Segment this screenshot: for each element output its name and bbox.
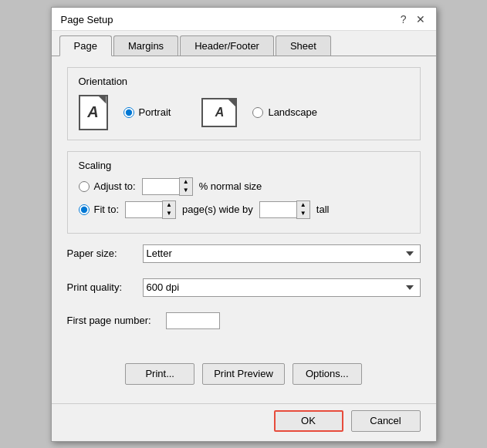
title-bar: Page Setup ? ✕ — [52, 8, 436, 31]
fit-to-input2[interactable]: 1 — [259, 201, 296, 218]
fit-to-suffix: tall — [316, 204, 330, 215]
landscape-icon: A — [201, 98, 237, 127]
first-page-label: First page number: — [67, 315, 160, 326]
print-preview-button[interactable]: Print Preview — [202, 363, 285, 385]
landscape-radio[interactable] — [252, 107, 263, 118]
help-button[interactable]: ? — [399, 14, 408, 25]
fit-to-radio[interactable] — [79, 204, 90, 215]
orientation-row: A Portrait A Landscape — [79, 95, 409, 130]
portrait-label: Portrait — [139, 106, 171, 118]
adjust-to-down[interactable]: ▼ — [180, 187, 192, 195]
fit-to-spinner1[interactable]: 1 ▲ ▼ — [125, 200, 176, 219]
adjust-to-radio[interactable] — [79, 181, 90, 192]
adjust-to-input[interactable]: 88 — [142, 178, 179, 195]
adjust-to-option[interactable]: Adjust to: — [79, 180, 136, 192]
adjust-to-spin-btns: ▲ ▼ — [179, 177, 193, 196]
tab-bar: Page Margins Header/Footer Sheet — [52, 31, 436, 56]
orientation-label: Orientation — [79, 76, 409, 87]
adjust-to-label: Adjust to: — [94, 180, 136, 192]
fit-to-spinner2[interactable]: 1 ▲ ▼ — [259, 200, 310, 219]
portrait-option[interactable]: Portrait — [123, 106, 171, 118]
title-actions: ? ✕ — [399, 14, 427, 25]
fit-to-spin-btns1: ▲ ▼ — [162, 200, 176, 219]
paper-size-select[interactable]: Letter A4 Legal A3 — [143, 244, 421, 263]
fit-to-spin-btns2: ▲ ▼ — [296, 200, 310, 219]
tab-sheet[interactable]: Sheet — [276, 35, 331, 56]
fit-to-middle: page(s) wide by — [182, 204, 253, 215]
fit-to-row: Fit to: 1 ▲ ▼ page(s) wide by 1 ▲ ▼ — [79, 200, 409, 219]
scaling-section: Scaling Adjust to: 88 ▲ ▼ % normal size — [67, 151, 421, 234]
close-button[interactable]: ✕ — [414, 14, 427, 25]
cancel-button[interactable]: Cancel — [351, 410, 421, 432]
paper-size-row: Paper size: Letter A4 Legal A3 — [67, 244, 421, 263]
page-setup-dialog: Page Setup ? ✕ Page Margins Header/Foote… — [51, 7, 437, 442]
adjust-to-up[interactable]: ▲ — [180, 178, 192, 187]
tab-header-footer[interactable]: Header/Footer — [180, 35, 274, 56]
dialog-title: Page Setup — [61, 14, 113, 25]
dialog-content: Orientation A Portrait A — [52, 56, 436, 403]
fit-to-label: Fit to: — [94, 204, 120, 215]
print-button[interactable]: Print... — [125, 363, 194, 385]
paper-size-label: Paper size: — [67, 248, 137, 259]
orientation-section: Orientation A Portrait A — [67, 67, 421, 140]
fit-to-up1[interactable]: ▲ — [163, 201, 175, 210]
landscape-option[interactable]: Landscape — [252, 106, 317, 118]
print-quality-select[interactable]: 600 dpi 300 dpi 150 dpi — [143, 278, 421, 297]
fit-to-input1[interactable]: 1 — [125, 201, 162, 218]
portrait-icon: A — [79, 95, 108, 130]
portrait-radio[interactable] — [123, 107, 134, 118]
landscape-label: Landscape — [268, 106, 317, 118]
footer-buttons: OK Cancel — [52, 403, 436, 441]
fit-to-down2[interactable]: ▼ — [297, 210, 309, 218]
ok-button[interactable]: OK — [274, 410, 343, 432]
adjust-to-row: Adjust to: 88 ▲ ▼ % normal size — [79, 177, 409, 196]
first-page-input[interactable]: Auto — [166, 312, 220, 329]
adjust-to-spinner[interactable]: 88 ▲ ▼ — [142, 177, 193, 196]
scaling-label: Scaling — [79, 160, 409, 171]
fit-to-option[interactable]: Fit to: — [79, 204, 120, 215]
tab-margins[interactable]: Margins — [113, 35, 178, 56]
fit-to-down1[interactable]: ▼ — [163, 210, 175, 218]
print-quality-row: Print quality: 600 dpi 300 dpi 150 dpi — [67, 278, 421, 297]
action-buttons: Print... Print Preview Options... — [67, 355, 421, 392]
adjust-to-suffix: % normal size — [199, 180, 262, 192]
options-button[interactable]: Options... — [293, 363, 362, 385]
print-quality-label: Print quality: — [67, 281, 137, 293]
tab-page[interactable]: Page — [59, 35, 112, 56]
fit-to-up2[interactable]: ▲ — [297, 201, 309, 210]
first-page-row: First page number: Auto — [67, 312, 421, 329]
